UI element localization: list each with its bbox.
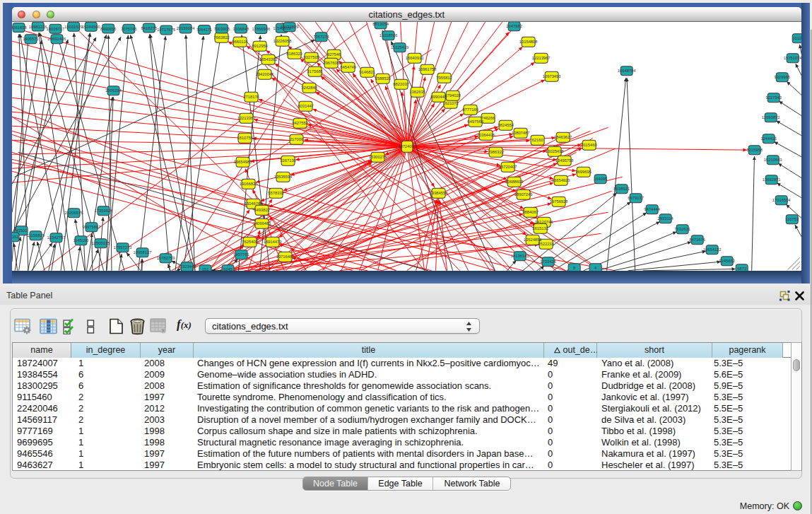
- svg-text:14136141: 14136141: [510, 254, 529, 258]
- svg-text:10688609: 10688609: [505, 180, 523, 184]
- svg-text:7303905: 7303905: [213, 27, 230, 31]
- svg-text:15751074: 15751074: [783, 56, 801, 60]
- svg-text:3824554: 3824554: [498, 123, 514, 127]
- svg-text:99975867: 99975867: [82, 225, 100, 229]
- svg-text:927546: 927546: [326, 52, 340, 57]
- svg-text:20156684: 20156684: [176, 26, 195, 30]
- svg-text:2967608: 2967608: [323, 61, 339, 65]
- svg-text:19218506: 19218506: [379, 33, 397, 37]
- svg-text:8031447: 8031447: [298, 104, 314, 108]
- svg-text:8813054: 8813054: [372, 22, 389, 26]
- svg-text:7632621: 7632621: [674, 227, 690, 231]
- svg-text:15300275: 15300275: [368, 155, 387, 159]
- svg-text:11325419: 11325419: [390, 45, 408, 49]
- svg-text:5493822: 5493822: [254, 208, 270, 212]
- svg-text:1405571: 1405571: [23, 37, 39, 41]
- svg-text:17656906: 17656906: [252, 27, 270, 31]
- svg-text:1733426: 1733426: [540, 259, 556, 264]
- svg-text:15031529: 15031529: [64, 25, 83, 29]
- svg-text:19166825: 19166825: [239, 182, 257, 186]
- svg-text:1244415: 1244415: [760, 136, 777, 141]
- svg-text:16640910: 16640910: [405, 56, 423, 60]
- svg-text:15720407: 15720407: [498, 165, 517, 169]
- svg-text:17016504: 17016504: [772, 198, 791, 202]
- svg-text:10154808: 10154808: [519, 40, 537, 44]
- svg-text:3175685: 3175685: [307, 69, 323, 74]
- svg-text:18981216: 18981216: [28, 25, 47, 29]
- svg-text:1621072: 1621072: [442, 101, 459, 105]
- svg-text:14120746: 14120746: [534, 220, 553, 224]
- svg-text:746266: 746266: [481, 116, 494, 120]
- svg-text:20206576: 20206576: [64, 211, 83, 215]
- svg-text:10807487: 10807487: [511, 131, 529, 135]
- svg-text:9699695: 9699695: [575, 170, 592, 174]
- svg-text:151: 151: [201, 267, 208, 270]
- svg-text:7986322: 7986322: [488, 150, 504, 154]
- svg-text:20364436: 20364436: [476, 133, 495, 137]
- svg-text:17957273: 17957273: [113, 245, 131, 250]
- svg-text:2047682: 2047682: [506, 24, 522, 28]
- svg-text:8490656: 8490656: [100, 27, 116, 31]
- svg-text:7064171: 7064171: [196, 28, 212, 32]
- svg-text:8660124: 8660124: [232, 40, 248, 44]
- svg-text:13495758: 13495758: [555, 158, 573, 163]
- svg-text:10973493: 10973493: [542, 74, 560, 78]
- svg-text:116753: 116753: [785, 217, 799, 221]
- svg-text:12213967: 12213967: [531, 56, 550, 60]
- svg-text:43501: 43501: [16, 228, 27, 233]
- svg-text:12093872: 12093872: [761, 115, 779, 119]
- svg-text:39151: 39151: [12, 235, 19, 239]
- svg-text:11124: 11124: [793, 36, 802, 40]
- svg-text:1362635: 1362635: [409, 90, 425, 94]
- svg-text:16033809: 16033809: [280, 25, 298, 29]
- svg-text:13654923: 13654923: [551, 178, 570, 182]
- svg-text:3267130: 3267130: [280, 158, 296, 163]
- svg-text:1588520: 1588520: [375, 76, 391, 81]
- svg-text:16648784: 16648784: [617, 69, 636, 73]
- svg-text:12505135: 12505135: [91, 241, 110, 245]
- svg-text:18463627: 18463627: [553, 135, 572, 139]
- svg-text:1145190: 1145190: [73, 238, 88, 243]
- svg-text:11156829: 11156829: [27, 233, 45, 238]
- svg-text:8822037: 8822037: [393, 82, 409, 86]
- svg-text:2933114: 2933114: [657, 216, 673, 221]
- svg-text:9884067: 9884067: [522, 210, 539, 214]
- svg-text:6679137: 6679137: [628, 196, 644, 200]
- svg-text:1810755: 1810755: [237, 136, 253, 140]
- svg-text:13226058: 13226058: [273, 39, 291, 43]
- svg-text:9245: 9245: [223, 267, 233, 270]
- svg-text:9327505: 9327505: [303, 55, 319, 59]
- svg-text:164095: 164095: [593, 177, 606, 181]
- svg-text:9245652: 9245652: [719, 259, 735, 263]
- svg-text:7663822: 7663822: [213, 35, 230, 40]
- svg-text:8938921: 8938921: [613, 187, 630, 191]
- svg-text:19654985: 19654985: [233, 160, 252, 164]
- svg-text:10717675: 10717675: [157, 28, 175, 32]
- svg-text:8186323: 8186323: [286, 52, 302, 56]
- svg-text:15046766: 15046766: [244, 201, 262, 206]
- svg-text:13535594: 13535594: [273, 175, 293, 179]
- svg-text:8: 8: [573, 266, 575, 270]
- svg-text:14099483: 14099483: [252, 221, 271, 226]
- svg-text:16914479: 16914479: [263, 240, 281, 244]
- svg-text:7955812: 7955812: [436, 76, 452, 80]
- svg-text:2905334: 2905334: [105, 88, 122, 93]
- svg-text:13716485: 13716485: [276, 255, 294, 259]
- svg-text:18026717: 18026717: [46, 27, 64, 31]
- svg-text:10025438: 10025438: [545, 149, 563, 153]
- svg-text:7357274: 7357274: [313, 35, 329, 39]
- svg-text:217006: 217006: [289, 137, 302, 141]
- svg-text:9474444: 9474444: [644, 207, 660, 211]
- svg-text:9115460: 9115460: [581, 143, 596, 147]
- svg-text:9146821: 9146821: [359, 70, 375, 74]
- svg-text:3075745: 3075745: [120, 27, 136, 31]
- svg-text:15244500: 15244500: [81, 25, 100, 29]
- svg-text:6873: 6873: [737, 267, 746, 270]
- svg-text:8454749: 8454749: [340, 65, 356, 69]
- svg-text:10958127: 10958127: [133, 250, 151, 255]
- svg-text:16543362: 16543362: [259, 57, 277, 62]
- svg-text:6061658: 6061658: [12, 25, 27, 30]
- svg-text:3242848: 3242848: [301, 86, 317, 90]
- svg-text:17359924: 17359924: [94, 209, 113, 213]
- svg-text:7625402: 7625402: [242, 240, 258, 244]
